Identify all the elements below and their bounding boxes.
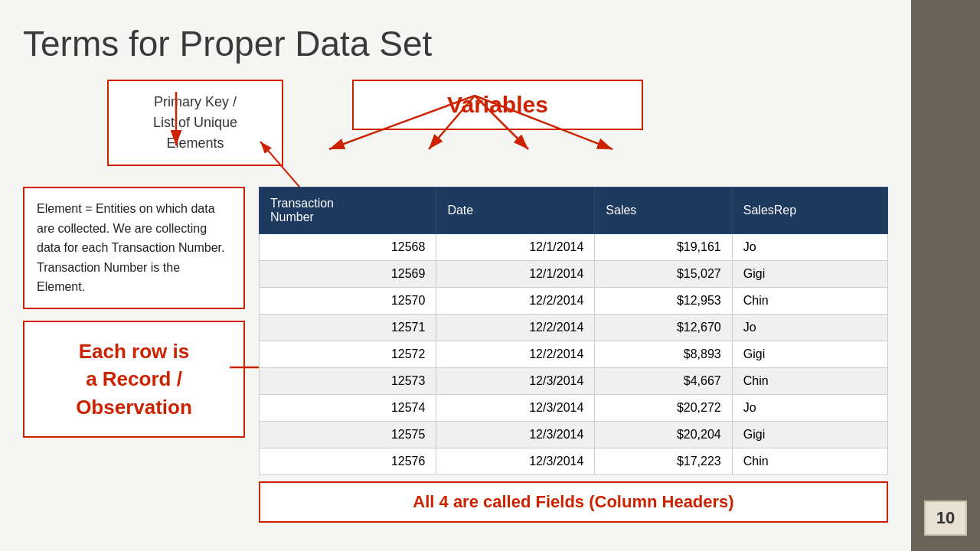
- table-cell: 12576: [260, 448, 436, 475]
- table-row: 1257612/3/2014$17,223Chin: [260, 448, 888, 475]
- right-side: Transaction Number Date Sales SalesRep 1…: [259, 187, 888, 523]
- table-cell: 12/3/2014: [436, 368, 595, 395]
- table-row: 1256912/1/2014$15,027Gigi: [260, 261, 888, 288]
- table-cell: 12/1/2014: [436, 261, 595, 288]
- table-cell: 12/3/2014: [436, 422, 595, 448]
- fields-box: All 4 are called Fields (Column Headers): [259, 481, 888, 523]
- table-cell: Chin: [732, 288, 887, 315]
- table-cell: 12/3/2014: [436, 448, 595, 475]
- sidebar: 10: [911, 0, 980, 551]
- main-content: Terms for Proper Data Set Primary Key /L…: [0, 0, 911, 551]
- table-cell: $12,953: [595, 288, 732, 315]
- primary-key-box: Primary Key /List of Unique Elements: [107, 80, 283, 166]
- table-row: 1257012/2/2014$12,953Chin: [260, 288, 888, 315]
- col-header-sales: Sales: [595, 187, 732, 234]
- table-row: 1257212/2/2014$8,893Gigi: [260, 341, 888, 368]
- table-cell: Gigi: [732, 341, 887, 368]
- col-header-transaction: Transaction Number: [260, 187, 436, 234]
- table-cell: 12569: [260, 261, 436, 288]
- table-cell: 12568: [260, 234, 436, 261]
- table-cell: Gigi: [732, 422, 887, 448]
- table-cell: Chin: [732, 448, 887, 475]
- table-cell: Jo: [732, 395, 887, 422]
- table-cell: 12/2/2014: [436, 315, 595, 341]
- table-cell: 12571: [260, 315, 436, 341]
- table-cell: 12/2/2014: [436, 341, 595, 368]
- table-cell: $20,204: [595, 422, 732, 448]
- table-row: 1256812/1/2014$19,161Jo: [260, 234, 888, 261]
- page-number: 10: [924, 500, 967, 536]
- record-observation-box: Each row isa Record /Observation: [23, 321, 245, 438]
- table-cell: $8,893: [595, 341, 732, 368]
- table-cell: $4,667: [595, 368, 732, 395]
- table-cell: 12575: [260, 422, 436, 448]
- table-cell: $19,161: [595, 234, 732, 261]
- table-row: 1257512/3/2014$20,204Gigi: [260, 422, 888, 448]
- table-cell: 12/1/2014: [436, 234, 595, 261]
- left-side: Element = Entities on which data are col…: [23, 187, 245, 523]
- table-cell: 12573: [260, 368, 436, 395]
- element-description-box: Element = Entities on which data are col…: [23, 187, 245, 309]
- col-header-salesrep: SalesRep: [732, 187, 887, 234]
- table-cell: $15,027: [595, 261, 732, 288]
- table-row: 1257112/2/2014$12,670Jo: [260, 315, 888, 341]
- record-label: Each row isa Record /Observation: [76, 340, 192, 419]
- table-cell: 12572: [260, 341, 436, 368]
- table-cell: 12570: [260, 288, 436, 315]
- table-cell: $20,272: [595, 395, 732, 422]
- table-row: 1257312/3/2014$4,667Chin: [260, 368, 888, 395]
- table-cell: $17,223: [595, 448, 732, 475]
- table-cell: Chin: [732, 368, 887, 395]
- table-cell: Jo: [732, 234, 887, 261]
- variables-box: Variables: [352, 80, 643, 130]
- table-cell: $12,670: [595, 315, 732, 341]
- col-header-date: Date: [436, 187, 595, 234]
- table-cell: 12574: [260, 395, 436, 422]
- data-table: Transaction Number Date Sales SalesRep 1…: [259, 187, 888, 475]
- table-cell: 12/3/2014: [436, 395, 595, 422]
- slide-title: Terms for Proper Data Set: [23, 23, 888, 64]
- table-cell: Jo: [732, 315, 887, 341]
- table-cell: 12/2/2014: [436, 288, 595, 315]
- table-row: 1257412/3/2014$20,272Jo: [260, 395, 888, 422]
- table-cell: Gigi: [732, 261, 887, 288]
